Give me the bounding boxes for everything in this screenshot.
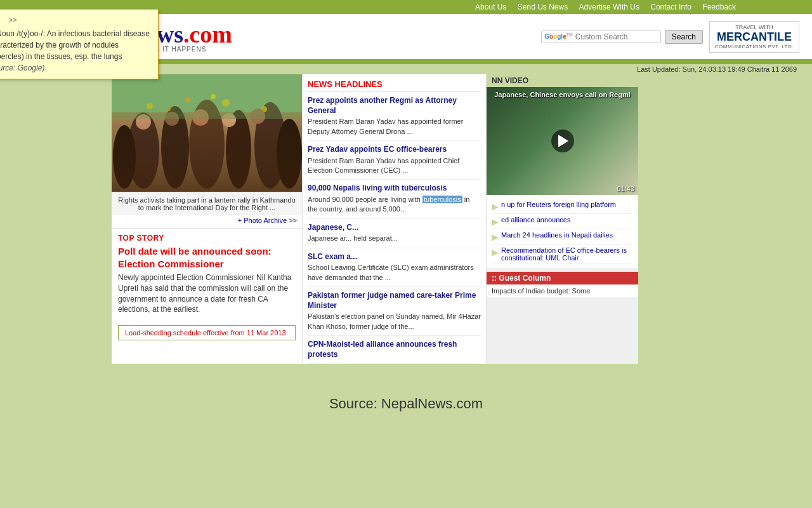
page-wrapper: About Us Send Us News Advertise With Us … — [0, 0, 812, 418]
headlines-title: NEWS HEADLINES — [308, 74, 481, 92]
search-area: GoogleTM Search — [541, 30, 703, 44]
headline-text: Pakistan's election panel on Sunday name… — [308, 312, 481, 331]
nav-contact[interactable]: Contact Info — [650, 3, 691, 11]
featured-caption: Rights activists taking part in a lanter… — [112, 192, 302, 215]
nn-news-item: ▶ Recommendation of EC office-bearers is… — [492, 244, 633, 264]
headline-text: President Ram Baran Yadav has appointed … — [308, 117, 481, 137]
nn-news-text[interactable]: ed alliance announces — [501, 216, 570, 224]
nn-news-item: ▶ n up for Reuters foreign lling platfor… — [492, 199, 633, 214]
svg-rect-20 — [112, 74, 302, 119]
headline-item: SLC exam a... School Leaving Certificate… — [308, 248, 481, 287]
search-input-wrap: GoogleTM — [541, 30, 661, 43]
breaking-news: Load-shedding schedule effective from 11… — [118, 325, 296, 340]
mercantile-logo: TRAVEL WITH MERCANTILE COMMUNICATIONS PV… — [709, 21, 799, 53]
source-text: Source: NepalNews.com — [0, 377, 812, 418]
tooltip-arrow-right: >> — [9, 15, 17, 25]
logo-com: com — [189, 21, 232, 48]
news-icon: ▶ — [492, 201, 499, 211]
merc-top: TRAVEL WITH — [735, 24, 773, 30]
header-right: GoogleTM Search TRAVEL WITH MERCANTILE C… — [541, 21, 799, 53]
nav-advertise[interactable]: Advertise With Us — [579, 3, 639, 11]
logo-dot: . — [183, 21, 190, 48]
headline-title[interactable]: Prez Yadav appoints EC office-bearers — [308, 145, 481, 155]
nav-about-us[interactable]: About Us — [475, 3, 506, 11]
top-story-title-part1: Poll date will be announced soon: — [118, 246, 272, 257]
nn-video-header: NN VIDEO — [487, 74, 638, 87]
headline-title[interactable]: CPN-Maoist-led alliance announces fresh … — [308, 340, 481, 359]
headline-title[interactable]: 90,000 Nepalis living with tuberculosis — [308, 184, 481, 194]
search-input[interactable] — [575, 32, 658, 41]
featured-image — [112, 74, 302, 192]
photo-archive-link: + Photo Archive >> — [112, 215, 302, 228]
headline-title[interactable]: Pakistan former judge named care-taker P… — [308, 291, 481, 311]
tooltip-definition: 1. Noun /t(y)oo-/: An infectious bacteri… — [0, 29, 150, 61]
video-time: 01:43 — [617, 185, 634, 192]
main-content: Rights activists taking part in a lanter… — [76, 74, 736, 364]
headline-item: Pakistan former judge named care-taker P… — [308, 287, 481, 336]
nn-news-text[interactable]: Recommendation of EC office-bearers is c… — [501, 246, 633, 262]
nn-news-item: ▶ ed alliance announces — [492, 214, 633, 229]
top-story-section: TOP STORY Poll date will be announced so… — [112, 228, 302, 320]
nav-send-news[interactable]: Send Us News — [518, 3, 568, 11]
nn-news-text[interactable]: March 24 headlines in Nepali dailies — [501, 231, 613, 239]
headline-text: Japanese ar... held separat... — [308, 234, 481, 243]
play-button[interactable] — [551, 130, 574, 152]
search-button[interactable]: Search — [665, 30, 703, 44]
last-updated: Last Updated: Sun, 24.03.13 19:49 Chaitr… — [637, 65, 797, 73]
headline-item: Japanese, C... Japanese ar... held separ… — [308, 219, 481, 248]
play-icon — [558, 135, 568, 147]
top-story-text: Newly appointed Election Commissioner Ni… — [118, 272, 296, 315]
headline-item: 90,000 Nepalis living with tuberculosis … — [308, 180, 481, 218]
top-story-label: TOP STORY — [118, 234, 296, 243]
left-sidebar — [76, 74, 108, 364]
tuberculosis-highlight: tuberculosis — [422, 196, 462, 203]
top-story-title-part2: Election Commissioner — [118, 258, 224, 269]
video-thumbnail[interactable]: Japanese, Chinese envoys call on Regmi 0… — [487, 87, 638, 195]
merc-sub: COMMUNICATIONS PVT. LTD. — [715, 44, 794, 50]
headline-text: Around 90,000 people are living with tub… — [308, 195, 481, 215]
headline-text: School Leaving Certificate (SLC) exam ad… — [308, 263, 481, 283]
headline-title[interactable]: Japanese, C... — [308, 223, 481, 233]
headline-item: CPN-Maoist-led alliance announces fresh … — [308, 336, 481, 364]
center-content: Rights activists taking part in a lanter… — [112, 74, 736, 364]
video-caption: Japanese, Chinese envoys call on Regmi — [487, 91, 638, 98]
photo-archive-anchor[interactable]: + Photo Archive >> — [238, 217, 297, 224]
headlines-column: NEWS HEADLINES Prez appoints another Reg… — [302, 74, 486, 364]
news-icon: ▶ — [492, 232, 499, 242]
news-icon: ▶ — [492, 247, 499, 257]
text-before: Around 90,000 people are living with — [308, 196, 422, 203]
google-label: GoogleTM — [544, 32, 573, 40]
featured-column: Rights activists taking part in a lanter… — [112, 74, 302, 364]
nn-news-item: ▶ March 24 headlines in Nepali dailies — [492, 229, 633, 244]
nn-news-items: ▶ n up for Reuters foreign lling platfor… — [487, 195, 638, 268]
headline-item: Prez Yadav appoints EC office-bearers Pr… — [308, 141, 481, 180]
news-icon: ▶ — [492, 217, 499, 227]
breaking-news-link[interactable]: Load-shedding schedule effective from 11… — [125, 329, 286, 337]
crowd-overlay — [112, 116, 302, 192]
guest-column-text: Impacts of Indian budget: Some — [487, 284, 638, 297]
headline-title[interactable]: SLC exam a... — [308, 252, 481, 262]
tooltip-source: (source: Google) — [0, 64, 44, 72]
top-story-title: Poll date will be announced soon: Electi… — [118, 245, 296, 270]
headline-title[interactable]: Prez appoints another Regmi as Attorney … — [308, 96, 481, 116]
tooltip-box: << >> 1. Noun /t(y)oo-/: An infectious b… — [0, 9, 159, 79]
merc-name: MERCANTILE — [717, 30, 792, 44]
nn-news-text[interactable]: n up for Reuters foreign lling platform — [501, 201, 616, 208]
headline-item: Prez appoints another Regmi as Attorney … — [308, 92, 481, 141]
right-column: NN VIDEO Japanese, Chinese envoys call o… — [486, 74, 638, 364]
nav-feedback[interactable]: Feedback — [702, 3, 736, 11]
tooltip-arrows: << >> — [0, 15, 152, 25]
headline-text: President Ram Baran Yadav has appointed … — [308, 156, 481, 176]
guest-column-header: Guest Column — [487, 272, 638, 284]
